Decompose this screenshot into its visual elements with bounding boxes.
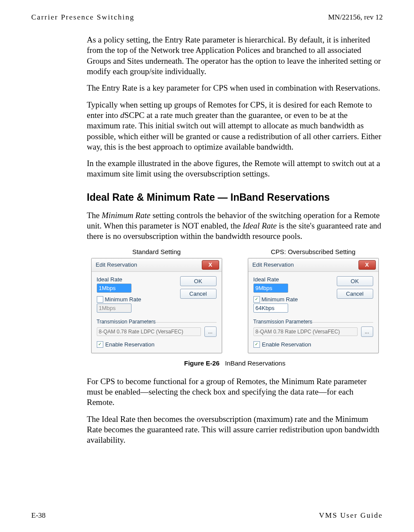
dialog-titlebar: Edit Reservation X xyxy=(92,258,222,272)
figure-col-standard: Standard Setting Edit Reservation X Idea… xyxy=(87,248,226,353)
ideal-rate-label: Ideal Rate xyxy=(97,276,176,283)
page-number: E-38 xyxy=(31,511,46,520)
paragraph: The Minimum Rate setting controls the be… xyxy=(87,210,383,242)
enable-reservation-label: Enable Reservation xyxy=(105,341,154,348)
paragraph: The Ideal Rate then becomes the oversubs… xyxy=(87,414,383,446)
header-section-title: Carrier Presence Switching xyxy=(31,13,135,22)
transmission-params-group-label: Transmission Parameters xyxy=(253,319,373,325)
paragraph: For CPS to become functional for a group… xyxy=(87,376,383,408)
minimum-rate-input[interactable]: 1Mbps xyxy=(97,304,131,313)
text-italic: Minimum Rate xyxy=(102,211,150,220)
header-doc-id: MN/22156, rev 12 xyxy=(328,13,383,22)
minimum-rate-label: Minimum Rate xyxy=(262,296,298,303)
ideal-rate-input[interactable]: 9Mbps xyxy=(253,284,288,293)
figure-caption: Figure E-26 InBand Reservations xyxy=(87,359,383,367)
figure-col-label: Standard Setting xyxy=(132,248,181,255)
dialog-title-text: Edit Reservation xyxy=(96,261,137,268)
enable-reservation-checkbox[interactable]: ✓ xyxy=(253,341,260,348)
footer-doc-title: VMS User Guide xyxy=(319,511,383,520)
text-italic: Ideal Rate xyxy=(243,221,277,230)
close-icon: X xyxy=(208,261,212,268)
minimum-rate-input[interactable]: 64Kbps xyxy=(253,304,288,313)
page-header: Carrier Presence Switching MN/22156, rev… xyxy=(31,13,383,22)
edit-reservation-dialog-oversubscribed: Edit Reservation X Ideal Rate 9Mbps ✓ Mi… xyxy=(248,258,379,353)
ideal-rate-input[interactable]: 1Mbps xyxy=(97,284,131,293)
paragraph: Typically when setting up groups of Remo… xyxy=(87,100,383,153)
section-heading: Ideal Rate & Minimum Rate — InBand Reser… xyxy=(87,192,383,203)
cancel-button[interactable]: Cancel xyxy=(337,289,373,299)
text-run: SCPC at a rate much greater than the gua… xyxy=(87,111,381,151)
enable-reservation-checkbox[interactable]: ✓ xyxy=(97,341,103,348)
minimum-rate-label: Minimum Rate xyxy=(105,296,141,303)
transmission-params-browse-button[interactable]: ... xyxy=(204,326,217,337)
ideal-rate-label: Ideal Rate xyxy=(253,276,332,283)
page-footer: E-38 VMS User Guide xyxy=(31,511,383,520)
ok-button[interactable]: OK xyxy=(337,276,373,286)
transmission-params-value: 8-QAM 0.78 Rate LDPC (VersaFEC) xyxy=(97,327,201,336)
figure-col-oversubscribed: CPS: Oversubscribed Setting Edit Reserva… xyxy=(243,248,383,353)
minimum-rate-checkbox-row[interactable]: Minimum Rate xyxy=(97,296,176,303)
dialog-title-text: Edit Reservation xyxy=(253,261,294,268)
paragraph: The Entry Rate is a key parameter for CP… xyxy=(87,83,383,93)
figure-col-label: CPS: Oversubscribed Setting xyxy=(271,248,355,255)
paragraph: As a policy setting, the Entry Rate para… xyxy=(87,35,383,77)
cancel-button[interactable]: Cancel xyxy=(180,289,217,299)
close-button[interactable]: X xyxy=(202,260,219,270)
enable-reservation-row[interactable]: ✓ Enable Reservation xyxy=(97,341,217,348)
transmission-params-group-label: Transmission Parameters xyxy=(97,319,217,325)
transmission-params-browse-button[interactable]: ... xyxy=(361,326,373,337)
minimum-rate-checkbox[interactable]: ✓ xyxy=(253,296,260,303)
ok-button[interactable]: OK xyxy=(180,276,217,286)
text-run: The xyxy=(87,211,102,220)
close-button[interactable]: X xyxy=(358,260,376,270)
figure-number: Figure E-26 xyxy=(184,359,220,367)
close-icon: X xyxy=(365,261,369,268)
enable-reservation-row[interactable]: ✓ Enable Reservation xyxy=(253,341,373,348)
transmission-params-value: 8-QAM 0.78 Rate LDPC (VersaFEC) xyxy=(253,327,358,336)
minimum-rate-checkbox-row[interactable]: ✓ Minimum Rate xyxy=(253,296,332,303)
enable-reservation-label: Enable Reservation xyxy=(262,341,311,348)
minimum-rate-checkbox[interactable] xyxy=(97,296,103,303)
figure-title: InBand Reservations xyxy=(225,359,285,367)
dialog-titlebar: Edit Reservation X xyxy=(248,258,378,272)
edit-reservation-dialog-standard: Edit Reservation X Ideal Rate 1Mbps Mini… xyxy=(91,258,222,353)
text-italic: d xyxy=(120,111,125,120)
figure-row: Standard Setting Edit Reservation X Idea… xyxy=(87,248,383,353)
paragraph: In the example illustrated in the above … xyxy=(87,158,383,180)
